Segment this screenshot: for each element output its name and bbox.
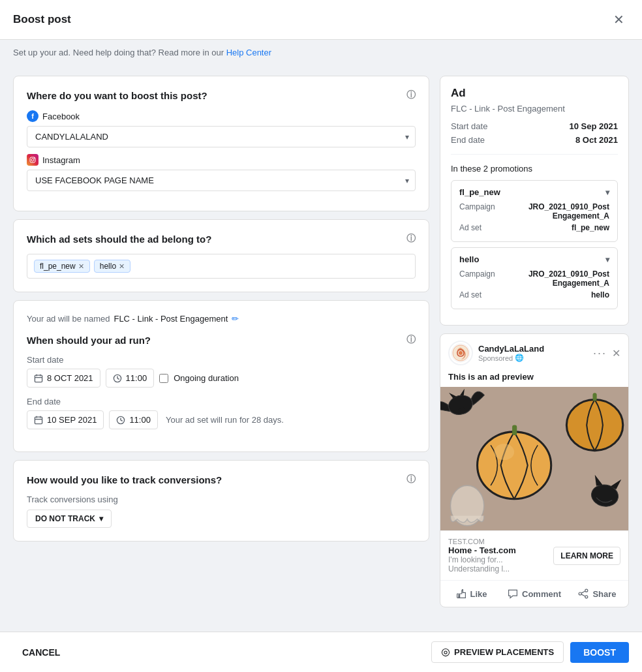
start-date-input[interactable]: 8 OCT 2021 [27, 369, 100, 388]
modal-body: Where do you want to boost this post? ⓘ … [0, 65, 642, 618]
instagram-select[interactable]: USE FACEBOOK PAGE NAME [27, 170, 416, 191]
start-time-input[interactable]: 11:00 [106, 369, 155, 388]
tag-hello-close-icon[interactable]: ✕ [119, 262, 125, 271]
ongoing-duration-row: Ongoing duration [159, 373, 239, 383]
ad-start-label: Start date [451, 121, 487, 131]
end-date-row: End date 10 SEP 2021 [27, 397, 416, 429]
end-time-input[interactable]: 11:00 [109, 410, 158, 429]
end-date-info-row: End date 8 Oct 2021 [451, 135, 618, 145]
promotion-0-campaign-row: Campaign JRO_2021_0910_Post Engagement_A [459, 202, 609, 221]
ad-name-value: FLC - Link - Post Engagement [114, 314, 228, 324]
more-options-icon[interactable]: ··· [593, 346, 607, 360]
tag-fl-pe-new-close-icon[interactable]: ✕ [78, 262, 84, 271]
facebook-select[interactable]: CANDYLALALAND [27, 126, 416, 147]
track-conversions-label: Track conversions using [27, 495, 416, 504]
promotion-1-adset-label: Ad set [459, 290, 482, 299]
like-label: Like [470, 589, 487, 599]
schedule-title-text: When should your ad run? [27, 335, 151, 346]
promotion-0-adset-row: Ad set fl_pe_new [459, 223, 609, 232]
share-button[interactable]: Share [566, 583, 628, 604]
svg-point-34 [585, 596, 588, 598]
end-date-fields: 10 SEP 2021 11:00 Your ad set will run f… [27, 410, 416, 429]
promotion-1-header: hello ▾ [459, 254, 609, 264]
preview-sponsored: Sponsored 🌐 [478, 354, 544, 362]
promotion-0-chevron-icon[interactable]: ▾ [605, 188, 609, 197]
preview-placements-button[interactable]: PREVIEW PLACEMENTS [431, 641, 564, 663]
right-column: Ad FLC - Link - Post Engagement Start da… [440, 76, 629, 607]
facebook-select-wrapper: CANDYLALALAND ▾ [27, 126, 416, 147]
svg-point-32 [585, 589, 588, 592]
end-date-input[interactable]: 10 SEP 2021 [27, 410, 104, 429]
link-info: TEST.COM Home - Test.com I'm looking for… [448, 538, 553, 573]
ad-preview-label: This is an ad preview [440, 372, 628, 387]
promotion-1-adset-row: Ad set hello [459, 290, 609, 299]
help-center-link[interactable]: Help Center [226, 48, 271, 57]
facebook-icon: f [27, 110, 38, 122]
instagram-icon [27, 154, 38, 166]
promotion-1-name: hello [459, 254, 479, 264]
adset-card: Which ad sets should the ad belong to? ⓘ… [13, 219, 429, 292]
svg-line-35 [582, 594, 586, 596]
promotion-item-1: hello ▾ Campaign JRO_2021_0910_Post Enga… [451, 247, 618, 309]
do-not-track-button[interactable]: DO NOT TRACK ▾ [27, 510, 112, 528]
adset-info-icon[interactable]: ⓘ [406, 233, 416, 245]
avatar [448, 341, 473, 365]
close-button[interactable]: ✕ [608, 9, 629, 30]
comment-label: Comment [522, 589, 561, 599]
facebook-label-text: Facebook [42, 112, 80, 121]
ad-end-value: 8 Oct 2021 [575, 135, 618, 145]
svg-line-36 [582, 591, 586, 593]
edit-ad-name-icon[interactable]: ✏ [232, 314, 239, 324]
preview-footer: Like Comment Share [440, 580, 628, 607]
sponsored-text: Sponsored [478, 354, 513, 362]
track-btn-chevron-icon: ▾ [99, 514, 103, 523]
conversions-title: How would you like to track conversions?… [27, 474, 416, 485]
preview-image [440, 387, 628, 530]
svg-line-16 [121, 420, 123, 421]
link-desc: I'm looking for... Understanding l... [448, 555, 553, 573]
ongoing-duration-checkbox[interactable] [159, 374, 168, 383]
end-date-value: 10 SEP 2021 [47, 415, 97, 425]
svg-point-23 [494, 444, 514, 460]
svg-point-2 [34, 158, 35, 159]
promotions-label: In these 2 promotions [451, 164, 618, 174]
promotion-1-chevron-icon[interactable]: ▾ [605, 255, 609, 264]
boost-button[interactable]: BOOST [570, 642, 629, 663]
learn-more-button[interactable]: LEARN MORE [553, 547, 620, 565]
promotion-1-adset-value: hello [591, 290, 609, 299]
start-date-fields: 8 OCT 2021 11:00 Ongoing duration [27, 369, 416, 388]
svg-rect-3 [35, 375, 42, 382]
promotion-1-campaign-row: Campaign JRO_2021_0910_Post Engagement_A [459, 269, 609, 288]
svg-line-9 [117, 378, 119, 379]
conversions-info-icon[interactable]: ⓘ [406, 474, 416, 485]
adset-tags-input[interactable]: fl_pe_new ✕ hello ✕ [27, 254, 416, 279]
comment-button[interactable]: Comment [502, 583, 566, 604]
preview-placements-icon [441, 648, 450, 657]
close-icon: ✕ [613, 12, 624, 27]
svg-point-18 [459, 351, 463, 355]
start-date-label: Start date [27, 355, 416, 365]
preview-header: CandyLaLaLand Sponsored 🌐 ··· ✕ [440, 334, 628, 372]
cancel-button[interactable]: CANCEL [13, 642, 69, 663]
promotion-0-adset-label: Ad set [459, 223, 482, 232]
schedule-title: When should your ad run? ⓘ [27, 334, 416, 346]
svg-point-37 [442, 649, 449, 656]
promotion-item-0: fl_pe_new ▾ Campaign JRO_2021_0910_Post … [451, 180, 618, 242]
promotion-0-campaign-label: Campaign [459, 202, 495, 221]
start-date-info-row: Start date 10 Sep 2021 [451, 121, 618, 131]
instagram-select-wrapper: USE FACEBOOK PAGE NAME ▾ [27, 170, 416, 191]
promotion-0-campaign-value: JRO_2021_0910_Post Engagement_A [505, 202, 609, 221]
preview-close-icon[interactable]: ✕ [612, 347, 620, 359]
schedule-info-icon[interactable]: ⓘ [406, 334, 416, 346]
adset-title-text: Which ad sets should the ad belong to? [27, 234, 211, 245]
where-info-icon[interactable]: ⓘ [406, 89, 416, 101]
ad-end-label: End date [451, 135, 485, 145]
subheader-text: Set up your ad. Need help doing that? Re… [13, 48, 224, 57]
left-column: Where do you want to boost this post? ⓘ … [13, 76, 429, 542]
adset-title: Which ad sets should the ad belong to? ⓘ [27, 233, 416, 245]
where-boost-title-text: Where do you want to boost this post? [27, 90, 207, 101]
facebook-platform-row: f Facebook CANDYLALALAND ▾ [27, 110, 416, 147]
like-button[interactable]: Like [440, 583, 502, 604]
modal-footer: CANCEL PREVIEW PLACEMENTS BOOST [0, 632, 642, 672]
end-time-value: 11:00 [129, 415, 151, 425]
